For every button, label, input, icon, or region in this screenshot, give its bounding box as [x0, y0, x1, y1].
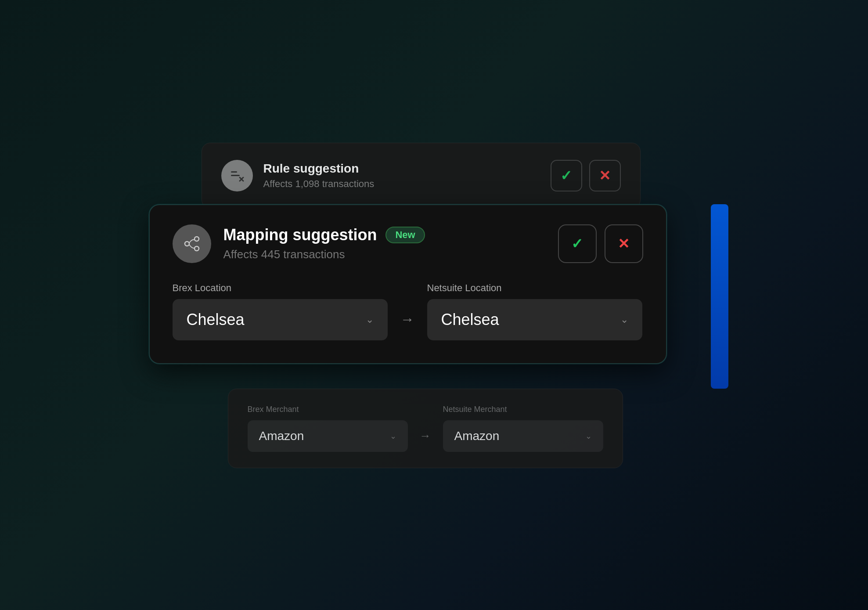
netsuite-location-value: Chelsea: [441, 310, 499, 329]
brex-location-chevron-icon: ⌄: [366, 314, 374, 325]
svg-rect-0: [231, 171, 237, 173]
card-header: Mapping suggestion New Affects 445 trans…: [173, 224, 643, 263]
netsuite-location-chevron-icon: ⌄: [620, 314, 628, 325]
svg-rect-1: [231, 175, 240, 176]
card-back-left: Rule suggestion Affects 1,098 transactio…: [221, 160, 375, 191]
brex-location-label: Brex Location: [173, 282, 388, 294]
mini-arrow-spacer: [408, 405, 443, 414]
netsuite-merchant-value: Amazon: [454, 429, 500, 443]
rule-accept-icon: ✓: [560, 167, 572, 184]
brex-merchant-value: Amazon: [259, 429, 304, 443]
location-mapping-section: Brex Location Netsuite Location Chelsea …: [173, 282, 643, 340]
location-field-row: Chelsea ⌄ → Chelsea ⌄: [173, 299, 643, 340]
rule-reject-button[interactable]: ✕: [589, 160, 621, 191]
mapping-suggestion-card: Mapping suggestion New Affects 445 trans…: [149, 204, 667, 364]
mapping-icon-circle: [173, 224, 211, 263]
rule-suggestion-actions: ✓ ✕: [551, 160, 621, 191]
rule-reject-icon: ✕: [599, 167, 611, 184]
mini-field-labels: Brex Merchant Netsuite Merchant: [248, 405, 603, 414]
rule-suggestion-subtitle: Affects 1,098 transactions: [263, 178, 375, 190]
mapping-reject-button[interactable]: ✕: [605, 224, 643, 263]
card-header-text: Mapping suggestion New Affects 445 trans…: [223, 226, 425, 261]
svg-point-5: [194, 237, 199, 241]
brex-merchant-label: Brex Merchant: [248, 405, 408, 414]
blue-accent-bar: [711, 204, 728, 389]
mapping-suggestion-title: Mapping suggestion: [223, 226, 377, 244]
new-badge: New: [385, 227, 425, 243]
rule-suggestion-title: Rule suggestion: [263, 162, 375, 176]
mapping-icon: [182, 234, 202, 254]
brex-merchant-chevron-icon: ⌄: [390, 431, 396, 441]
card-title-row: Mapping suggestion New: [223, 226, 425, 244]
mapping-accept-button[interactable]: ✓: [558, 224, 597, 263]
field-labels: Brex Location Netsuite Location: [173, 282, 643, 294]
rule-icon-circle: [221, 160, 253, 191]
rule-suggestion-card: Rule suggestion Affects 1,098 transactio…: [202, 143, 641, 209]
mapping-actions: ✓ ✕: [558, 224, 643, 263]
brex-merchant-dropdown[interactable]: Amazon ⌄: [248, 420, 408, 452]
mapping-suggestion-subtitle: Affects 445 transactions: [223, 248, 425, 261]
merchant-field-row: Amazon ⌄ → Amazon ⌄: [248, 420, 603, 452]
netsuite-location-label: Netsuite Location: [427, 282, 643, 294]
netsuite-merchant-chevron-icon: ⌄: [585, 431, 592, 441]
merchant-arrow-connector: →: [408, 429, 443, 443]
svg-point-6: [194, 246, 199, 251]
merchant-suggestion-card: Brex Merchant Netsuite Merchant Amazon ⌄…: [228, 389, 623, 468]
netsuite-merchant-label: Netsuite Merchant: [443, 405, 603, 414]
card-back-text: Rule suggestion Affects 1,098 transactio…: [263, 162, 375, 190]
mapping-reject-icon: ✕: [618, 235, 630, 252]
rule-icon: [229, 168, 245, 184]
location-arrow-connector: →: [388, 311, 427, 328]
netsuite-merchant-dropdown[interactable]: Amazon ⌄: [443, 420, 603, 452]
rule-accept-button[interactable]: ✓: [551, 160, 582, 191]
brex-location-value: Chelsea: [187, 310, 245, 329]
card-header-left: Mapping suggestion New Affects 445 trans…: [173, 224, 425, 263]
mapping-accept-icon: ✓: [571, 235, 583, 252]
netsuite-location-dropdown[interactable]: Chelsea ⌄: [427, 299, 642, 340]
brex-location-dropdown[interactable]: Chelsea ⌄: [173, 299, 388, 340]
svg-point-4: [185, 242, 189, 246]
